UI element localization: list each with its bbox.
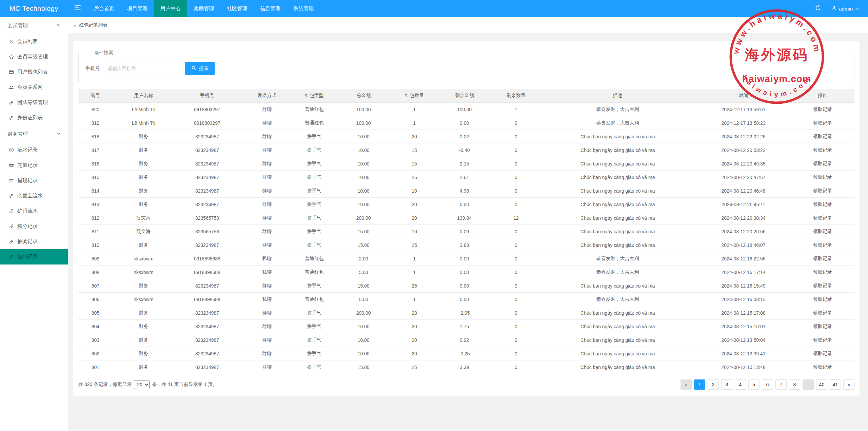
cell-col-6: 20 <box>393 333 436 347</box>
claim-records-link[interactable]: 领取记录 <box>813 256 832 262</box>
cell-col-4: 拼手气 <box>294 211 334 224</box>
cell-col-9: Chúc bạn ngày càng giàu có và ma <box>539 279 696 292</box>
sidebar-item-10[interactable]: 提现记录 <box>0 173 68 188</box>
claim-records-link[interactable]: 领取记录 <box>813 106 832 113</box>
page-button-4[interactable]: 4 <box>735 379 746 390</box>
search-legend: 条件搜索 <box>91 50 117 56</box>
sidebar-item-12[interactable]: 矿币流水 <box>0 203 68 219</box>
claim-records-link[interactable]: 领取记录 <box>813 242 832 248</box>
chevron-down-icon <box>56 131 61 137</box>
claim-records-link[interactable]: 领取记录 <box>813 351 832 357</box>
cell-actions: 领取记录 <box>791 347 854 360</box>
link-icon <box>9 193 14 198</box>
page-button-7[interactable]: 7 <box>775 379 787 390</box>
cell-col-4: 拼手气 <box>294 225 334 238</box>
cell-col-0: 818 <box>78 130 113 143</box>
page-button-6[interactable]: 6 <box>762 379 773 390</box>
cell-actions: 领取记录 <box>791 157 854 170</box>
sidebar-item-4[interactable]: 会员关系网 <box>0 80 68 95</box>
page-button-5[interactable]: 5 <box>748 379 760 390</box>
page-button-3[interactable]: 3 <box>721 379 732 390</box>
cell-col-0: 812 <box>78 211 113 224</box>
phone-input[interactable] <box>104 62 181 75</box>
cell-col-0: 807 <box>78 279 113 292</box>
page-button-11[interactable]: 41 <box>830 379 841 390</box>
sidebar-toggle-button[interactable] <box>68 0 87 17</box>
claim-records-link[interactable]: 领取记录 <box>813 201 832 208</box>
claim-records-link[interactable]: 领取记录 <box>813 188 832 194</box>
sidebar-item-14[interactable]: 抽奖记录 <box>0 234 68 249</box>
claim-records-link[interactable]: 领取记录 <box>813 215 832 221</box>
claim-records-link[interactable]: 领取记录 <box>813 229 832 235</box>
page-current[interactable]: 1 <box>694 379 705 390</box>
claim-records-link[interactable]: 领取记录 <box>813 310 832 316</box>
refresh-button[interactable] <box>815 5 821 12</box>
sidebar-item-3[interactable]: 用户钱包列表 <box>0 64 68 80</box>
cell-col-3: 群聊 <box>240 157 294 170</box>
page-button-0[interactable]: « <box>680 379 692 390</box>
page-button-8[interactable]: 8 <box>789 379 800 390</box>
cell-col-2: 0918898688 <box>175 293 240 306</box>
nav-tab-5[interactable]: 信息管理 <box>254 0 287 17</box>
table-row: 801财务823234987群聊拼手气15.00253.390Chúc bạn … <box>78 360 854 374</box>
sidebar-item-1[interactable]: 会员列表 <box>0 34 68 49</box>
cell-col-0: 804 <box>78 320 113 333</box>
table-row: 813财务823234987群聊拼手气10.00200.000Chúc bạn … <box>78 198 854 211</box>
column-header-10: 时间 <box>696 89 791 102</box>
page-button-12[interactable]: » <box>843 379 854 390</box>
claim-records-link[interactable]: 领取记录 <box>813 161 832 167</box>
cell-col-10: 2024-08-12 20:45:11 <box>696 198 791 211</box>
claim-records-link[interactable]: 领取记录 <box>813 283 832 289</box>
cell-col-7: 0.00 <box>436 252 493 265</box>
nav-tab-2[interactable]: 用户中心 <box>154 0 187 17</box>
sidebar-section-7[interactable]: 财务管理 <box>0 125 68 142</box>
sidebar-item-11[interactable]: 余额宝流水 <box>0 188 68 203</box>
link-icon <box>9 100 14 105</box>
cell-col-6: 25 <box>393 360 436 374</box>
search-button[interactable]: 搜索 <box>185 62 215 75</box>
cell-col-10: 2024-08-12 13:09:41 <box>696 347 791 360</box>
page-button-2[interactable]: 2 <box>708 379 719 390</box>
page-button-10[interactable]: 40 <box>816 379 827 390</box>
column-header-9: 描述 <box>539 89 696 102</box>
claim-records-link[interactable]: 领取记录 <box>813 147 832 153</box>
claim-records-link[interactable]: 领取记录 <box>813 174 832 180</box>
nav-tab-4[interactable]: 社区管理 <box>220 0 254 17</box>
cell-col-5: 200.00 <box>334 211 393 224</box>
sidebar-section-0[interactable]: 会员管理 <box>0 17 68 34</box>
cell-col-6: 25 <box>393 279 436 292</box>
cell-col-9: 恭喜发财，大吉大利 <box>539 266 696 279</box>
claim-records-link[interactable]: 领取记录 <box>813 364 832 370</box>
sidebar-item-13[interactable]: 积分记录 <box>0 219 68 234</box>
nav-tab-0[interactable]: 后台首页 <box>87 0 121 17</box>
cell-col-9: 恭喜发财，大吉大利 <box>539 116 696 130</box>
claim-records-link[interactable]: 领取记录 <box>813 337 832 343</box>
cell-col-5: 15.00 <box>334 279 393 292</box>
recharge-icon: PayPal <box>9 163 14 168</box>
sidebar-item-15[interactable]: 红包记录 <box>0 249 68 265</box>
cell-col-9: Chúc bạn ngày càng giàu có và ma <box>539 333 696 347</box>
sidebar-item-9[interactable]: PayPal充值记录 <box>0 158 68 173</box>
claim-records-link[interactable]: 领取记录 <box>813 324 832 330</box>
cell-col-7: 0.22 <box>436 130 493 143</box>
nav-tab-6[interactable]: 系统管理 <box>287 0 320 17</box>
sidebar-item-6[interactable]: 身份证列表 <box>0 110 68 125</box>
nav-tab-3[interactable]: 奖励管理 <box>187 0 220 17</box>
sidebar-section-label: 财务管理 <box>7 131 28 137</box>
claim-records-link[interactable]: 领取记录 <box>813 120 832 126</box>
sidebar-item-2[interactable]: 会员等级管理 <box>0 49 68 64</box>
claim-records-link[interactable]: 领取记录 <box>813 296 832 302</box>
cell-col-9: Chúc bạn ngày càng giàu có và ma <box>539 347 696 360</box>
sidebar-item-5[interactable]: 团队等级管理 <box>0 95 68 110</box>
cell-col-1: Lê Minh Trị <box>113 103 175 116</box>
claim-records-link[interactable]: 领取记录 <box>813 269 832 275</box>
nav-tab-1[interactable]: 项目管理 <box>121 0 154 17</box>
claim-records-link[interactable]: 领取记录 <box>813 134 832 140</box>
page-size-select[interactable]: 20 <box>134 380 150 389</box>
cell-col-8: 0 <box>493 130 539 143</box>
list-card: 条件搜索 手机号 搜索 编号用户名称手机号发送方式红包类型总金额红包数量剩余金额… <box>73 41 860 396</box>
user-menu[interactable]: admin <box>831 5 859 12</box>
cell-col-4: 普通红包 <box>294 252 334 265</box>
cell-col-1: 财务 <box>113 320 175 333</box>
sidebar-item-8[interactable]: ¥流水记录 <box>0 142 68 158</box>
